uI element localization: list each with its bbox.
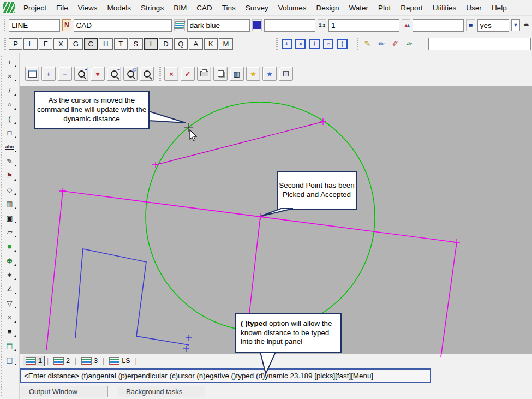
draw-pencil-icon[interactable]: ✎ xyxy=(361,37,374,50)
menu-views[interactable]: Views xyxy=(73,0,103,15)
menu-design[interactable]: Design xyxy=(312,0,344,15)
tin-icon[interactable]: ▲ xyxy=(402,19,410,31)
measure-pen-icon[interactable]: ✐ xyxy=(388,37,402,50)
menu-cad[interactable]: CAD xyxy=(192,0,217,15)
toolbar-grip-4[interactable] xyxy=(357,38,358,50)
point-tool-button[interactable]: + xyxy=(2,55,17,68)
view-tab-1[interactable]: 1 xyxy=(23,356,45,366)
menu-utilities[interactable]: Utilities xyxy=(428,0,462,15)
snap-key-i[interactable]: I xyxy=(144,38,158,50)
menu-file[interactable]: File xyxy=(51,0,73,15)
snap-key-m[interactable]: M xyxy=(219,38,233,50)
image-tool-button[interactable]: ▤ xyxy=(2,339,17,352)
delete-tool-button[interactable]: × xyxy=(2,69,17,82)
view-toolbar-grip[interactable] xyxy=(159,67,161,81)
minimise-view-button[interactable] xyxy=(279,67,293,81)
zoom-button[interactable] xyxy=(140,67,154,81)
image-tool-button-2[interactable]: ▤ xyxy=(2,353,17,366)
style-input[interactable] xyxy=(413,19,464,32)
snap-key-l[interactable]: L xyxy=(23,38,38,50)
rectangle-tool-button[interactable]: □ xyxy=(2,126,17,139)
snap-key-t[interactable]: T xyxy=(114,38,128,50)
menu-plot[interactable]: Plot xyxy=(373,0,396,15)
grid-view-button[interactable]: ▦ xyxy=(230,67,244,81)
view-tab-3[interactable]: 3 xyxy=(79,356,100,366)
zoom-at-button[interactable]: @ xyxy=(123,67,138,81)
circle-snap-icon[interactable]: ○ xyxy=(321,37,335,50)
intersection-snap-icon[interactable]: × xyxy=(294,37,307,50)
menu-help[interactable]: Help xyxy=(487,0,512,15)
weight-input[interactable] xyxy=(328,19,399,32)
name-picker-button[interactable]: N xyxy=(62,19,71,31)
circle-tool-button[interactable]: ○ xyxy=(2,98,17,111)
grid-tool-button[interactable]: ▦ xyxy=(2,197,17,210)
fit-view-button[interactable] xyxy=(25,67,39,81)
point-snap-icon[interactable]: + xyxy=(280,37,294,50)
zoom-previous-button[interactable]: − xyxy=(107,67,121,81)
symbol-pen-icon[interactable]: ✑ xyxy=(402,37,416,50)
snap-key-d[interactable]: D xyxy=(159,38,173,50)
menu-bim[interactable]: BIM xyxy=(169,0,192,15)
redraw-button[interactable]: × xyxy=(164,67,178,81)
output-window-tab[interactable]: Output Window xyxy=(21,386,108,397)
toolbar-grip-3[interactable] xyxy=(276,38,278,50)
diamond-tool-button[interactable]: ◇ xyxy=(2,183,17,196)
edit-pencil-icon[interactable]: ✏ xyxy=(374,37,388,50)
cad-text-input[interactable] xyxy=(428,38,531,50)
pen-dropper-icon[interactable]: ✒ xyxy=(522,19,531,31)
linetype-input[interactable] xyxy=(264,19,315,32)
snap-key-c[interactable]: C xyxy=(84,38,98,50)
sort-z-icon[interactable]: 1↓z xyxy=(318,19,326,31)
triangle-tool-button[interactable]: ▽ xyxy=(2,296,17,309)
polygon-tool-button[interactable]: ▱ xyxy=(2,225,17,239)
model-choice-button[interactable] xyxy=(174,19,185,31)
tinable-dropdown-icon[interactable]: ▼ xyxy=(511,19,520,31)
snap-key-x[interactable]: X xyxy=(53,38,68,50)
menu-survey[interactable]: Survey xyxy=(241,0,273,15)
angle-tool-button[interactable]: ∠ xyxy=(2,282,17,295)
snap-key-k[interactable]: K xyxy=(204,38,218,50)
print-button[interactable] xyxy=(197,67,211,81)
flag-tool-button[interactable]: ⚑ xyxy=(2,169,17,182)
drawing-canvas[interactable]: As the cursor is moved the command line … xyxy=(20,86,532,354)
colour-swatch-button[interactable] xyxy=(252,19,262,31)
menu-models[interactable]: Models xyxy=(103,0,136,15)
line-snap-icon[interactable]: / xyxy=(308,37,321,50)
snap-key-g[interactable]: G xyxy=(69,38,83,50)
tinable-input[interactable] xyxy=(477,19,509,32)
cross-tool-button[interactable]: × xyxy=(2,311,17,324)
snap-key-s[interactable]: S xyxy=(129,38,143,50)
toolbar-grip-2[interactable] xyxy=(4,38,6,50)
zoom-in-button[interactable]: + xyxy=(41,67,56,81)
move-tool-button[interactable]: ⊕ xyxy=(2,254,17,267)
text-tool-button[interactable]: abc xyxy=(2,140,17,153)
styles-list-icon[interactable]: ≡ xyxy=(466,19,475,31)
zoom-window-button[interactable]: + xyxy=(74,67,88,81)
menu-volumes[interactable]: Volumes xyxy=(273,0,312,15)
menu-water[interactable]: Water xyxy=(344,0,374,15)
view-tab-ls[interactable]: LS xyxy=(106,356,133,366)
zoom-out-button[interactable]: − xyxy=(58,67,72,81)
snap-key-q[interactable]: Q xyxy=(174,38,188,50)
menu-strings[interactable]: Strings xyxy=(136,0,169,15)
layers-tool-button[interactable]: ≡ xyxy=(2,325,17,338)
favourite-button[interactable]: ★ xyxy=(246,67,260,81)
line-tool-button[interactable]: / xyxy=(2,84,17,97)
name-input[interactable] xyxy=(9,19,60,32)
swatch-tool-button[interactable]: ■ xyxy=(2,240,17,253)
model-input[interactable] xyxy=(74,19,172,32)
copy-view-button[interactable] xyxy=(213,67,228,81)
pen-tool-button[interactable]: ✎ xyxy=(2,154,17,168)
colour-input[interactable] xyxy=(187,19,250,32)
accept-button[interactable]: ✓ xyxy=(181,67,195,81)
snap-key-a[interactable]: A xyxy=(189,38,203,50)
menu-tins[interactable]: Tins xyxy=(217,0,241,15)
arc-snap-icon[interactable]: ( xyxy=(335,37,349,50)
pan-button[interactable]: ♥ xyxy=(91,67,105,81)
arc-tool-button[interactable]: ( xyxy=(2,112,17,125)
command-line[interactable]: <Enter distance> (t)angental (p)erpendic… xyxy=(20,368,431,383)
background-tasks-tab[interactable]: Background tasks xyxy=(118,386,205,397)
menu-user[interactable]: User xyxy=(461,0,487,15)
view-copy-tool-button[interactable]: ▣ xyxy=(2,211,17,224)
favourite-blue-button[interactable]: ★ xyxy=(262,67,277,81)
